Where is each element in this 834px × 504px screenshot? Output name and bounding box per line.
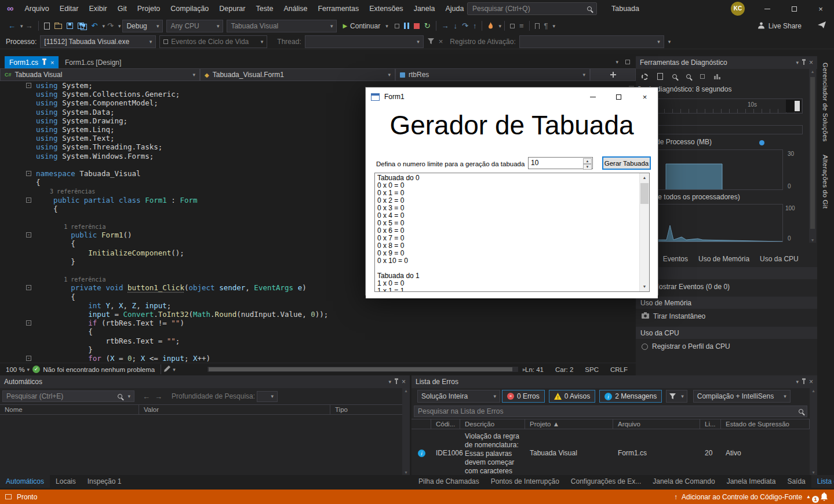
cpu-section-header[interactable]: Uso da CPU xyxy=(636,327,817,339)
errors-column-descrição[interactable]: Descrição xyxy=(460,419,525,429)
close-icon[interactable]: × xyxy=(809,378,813,386)
scrollbar-thumb[interactable] xyxy=(209,367,512,371)
thread-dropdown[interactable]: ▾ xyxy=(305,35,424,48)
close-icon[interactable]: × xyxy=(402,378,406,386)
memory-section-header[interactable]: Uso de Memória xyxy=(636,297,817,309)
panel-tab-locais[interactable]: Locais xyxy=(50,475,82,488)
reset-view-icon[interactable] xyxy=(700,74,705,79)
error-list-panel-header[interactable]: Lista de Erros ▾ × xyxy=(411,375,817,388)
restart-icon[interactable]: ↻ xyxy=(422,21,433,30)
errors-column-li[interactable]: Li... xyxy=(700,419,721,429)
quick-search-box[interactable]: Pesquisar (Ctrl+Q) xyxy=(467,2,597,15)
side-tab-alterações-do-git[interactable]: Alterações do Git xyxy=(817,148,833,215)
menu-item-análise[interactable]: Análise xyxy=(278,0,312,17)
filter-icon[interactable] xyxy=(425,38,436,45)
errors-column-códi[interactable]: Códi... xyxy=(431,419,460,429)
hot-reload-icon[interactable] xyxy=(485,22,496,30)
toolbar-overflow-icon[interactable]: ▾ xyxy=(668,39,671,45)
scroll-down-icon[interactable]: ▼ xyxy=(640,282,649,291)
autos-column-nome[interactable]: Nome xyxy=(0,405,139,414)
indent-icon[interactable]: ≡ xyxy=(517,21,526,30)
live-share-label[interactable]: Live Share xyxy=(769,22,802,30)
numeric-spinner[interactable]: ▲ ▼ xyxy=(583,158,592,168)
fold-collapse-icon[interactable]: - xyxy=(26,356,31,361)
visual-studio-logo-icon[interactable]: ∞ xyxy=(7,3,13,14)
scope-dropdown[interactable]: Solução Inteira▾ xyxy=(417,390,500,403)
autos-panel-header[interactable]: Automáticos ▾ × xyxy=(0,375,410,388)
health-status[interactable]: Não foi encontrado nenhum problema xyxy=(43,366,155,373)
error-list-scrollbar[interactable]: ▴ ▾ xyxy=(810,388,817,475)
bell-icon[interactable] xyxy=(820,492,828,503)
diag-tab-uso-de-memória[interactable]: Uso de Memória xyxy=(693,253,755,265)
record-cpu-profile-link[interactable]: Registrar o Perfil da CPU xyxy=(652,342,730,350)
search-depth-dropdown[interactable]: ▾ xyxy=(257,391,278,402)
messages-filter-button[interactable]: i 2 Mensagens xyxy=(599,390,662,403)
bookmark-icon[interactable] xyxy=(533,23,542,29)
menu-item-janela[interactable]: Janela xyxy=(409,0,440,17)
autos-column-tipo[interactable]: Tipo xyxy=(330,405,410,414)
step-over-icon[interactable]: ↷ xyxy=(460,21,471,30)
scroll-down-icon[interactable]: ▾ xyxy=(402,470,410,475)
autos-scrollbar[interactable]: ▴ ▾ xyxy=(402,388,410,475)
stack-frame-dropdown[interactable]: ▾ xyxy=(519,35,664,48)
chart-icon[interactable] xyxy=(714,74,720,79)
scroll-up-icon[interactable]: ▴ xyxy=(402,388,410,393)
navigate-forward-icon[interactable]: → xyxy=(23,21,35,30)
window-position-icon[interactable]: ▾ xyxy=(388,379,391,385)
add-to-source-control-button[interactable]: Adicionar ao Controle do Código-Fonte xyxy=(682,493,802,501)
zoom-in-icon[interactable] xyxy=(672,74,677,79)
fold-collapse-icon[interactable]: - xyxy=(26,198,31,203)
search-forward-icon[interactable]: → xyxy=(152,392,165,401)
results-textbox[interactable]: Tabuada do 00 x 0 = 00 x 1 = 00 x 2 = 00… xyxy=(374,173,650,292)
form1-window[interactable]: Form1 × Gerador de Tabuada Defina o nume… xyxy=(365,87,658,295)
code-cleanup-icon[interactable] xyxy=(164,366,170,373)
form1-title-bar[interactable]: Form1 × xyxy=(366,87,658,106)
diagnostics-scrollbar[interactable]: ▴ ▾ xyxy=(809,69,816,243)
open-folder-icon[interactable] xyxy=(52,23,64,29)
tab-list-chevron-icon[interactable]: ▾ xyxy=(616,59,618,65)
solution-configurations-dropdown[interactable]: Debug▾ xyxy=(122,20,163,32)
menu-item-editar[interactable]: Editar xyxy=(54,0,84,17)
record-cpu-profile-row[interactable]: Registrar o Perfil da CPU xyxy=(642,342,730,350)
errors-filter-button[interactable]: × 0 Erros xyxy=(502,390,545,403)
window-position-icon[interactable]: ▾ xyxy=(796,60,799,65)
show-events-link[interactable]: Mostrar Eventos (0 de 0) xyxy=(653,283,730,291)
panel-tab-saída[interactable]: Saída xyxy=(781,475,811,488)
save-icon[interactable] xyxy=(64,23,75,29)
member-dropdown[interactable]: rtbRes ▾ xyxy=(395,68,590,81)
maximize-button[interactable] xyxy=(781,0,807,17)
warnings-filter-button[interactable]: ! 0 Avisos xyxy=(549,390,595,403)
scroll-down-icon[interactable]: ▾ xyxy=(809,238,816,243)
scroll-up-icon[interactable]: ▴ xyxy=(809,69,816,74)
outline-icon[interactable] xyxy=(508,24,517,28)
pin-icon[interactable] xyxy=(43,60,45,65)
scrollbar-thumb[interactable] xyxy=(810,77,815,229)
timeline-ruler[interactable]: 10s xyxy=(639,98,803,114)
diag-tab-eventos[interactable]: Eventos xyxy=(658,253,693,265)
fold-collapse-icon[interactable]: - xyxy=(26,83,31,88)
export-icon[interactable] xyxy=(657,73,663,80)
panel-tab-configurações-de-ex[interactable]: Configurações de Ex... xyxy=(565,475,647,488)
autos-column-valor[interactable]: Valor xyxy=(139,405,330,414)
spinner-down-icon[interactable]: ▼ xyxy=(583,164,592,170)
split-editor-button[interactable] xyxy=(590,68,636,81)
results-scrollbar[interactable]: ▲ ▼ xyxy=(639,173,649,291)
panel-tab-pilha-de-chamadas[interactable]: Pilha de Chamadas xyxy=(413,475,485,488)
chevron-up-icon[interactable]: ▲ xyxy=(806,494,811,499)
gerar-tabuada-button[interactable]: Gerar Tabuada xyxy=(602,156,651,170)
menu-item-depurar[interactable]: Depurar xyxy=(214,0,250,17)
eol-indicator[interactable]: CRLF xyxy=(610,366,628,373)
take-snapshot-row[interactable]: Tirar Instantâneo xyxy=(642,312,705,320)
pin-icon[interactable] xyxy=(396,380,397,384)
errors-column-projeto[interactable]: Projeto ▲ xyxy=(525,419,613,429)
menu-item-ferramentas[interactable]: Ferramentas xyxy=(312,0,364,17)
show-next-statement-icon[interactable]: → xyxy=(439,21,451,30)
continue-button[interactable]: ▶Continuar▾ xyxy=(338,20,392,32)
timeline-marker[interactable] xyxy=(795,101,800,111)
errors-column-estado-de-supressão[interactable]: Estado de Supressão xyxy=(721,419,810,429)
save-all-icon[interactable] xyxy=(75,22,89,30)
scroll-up-icon[interactable]: ▴ xyxy=(810,388,817,393)
take-snapshot-link[interactable]: Tirar Instantâneo xyxy=(653,312,705,320)
type-dropdown[interactable]: ◆ Tabuada_Visual.Form1 ▾ xyxy=(200,68,395,81)
form-minimize-button[interactable] xyxy=(580,87,606,106)
